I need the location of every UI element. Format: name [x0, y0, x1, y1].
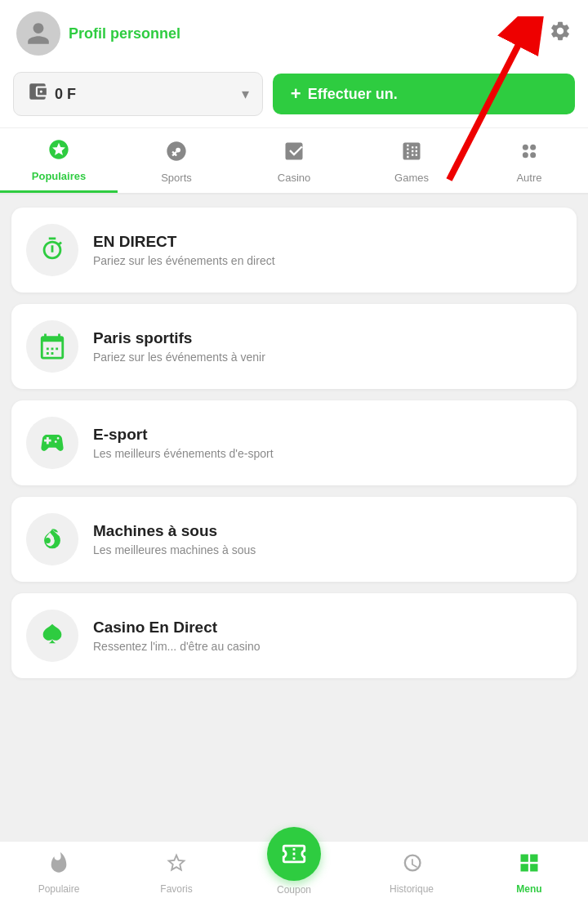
card-en-direct-subtitle: Pariez sur les événements en direct	[93, 254, 275, 267]
mail-icon[interactable]	[511, 20, 534, 48]
bottom-nav-menu[interactable]: Menu	[470, 851, 588, 895]
deposit-label: Effectuer un.	[308, 86, 398, 103]
esport-icon-wrap	[26, 417, 78, 469]
card-paris-sportifs[interactable]: Paris sportifs Pariez sur les événements…	[11, 304, 577, 389]
balance-amount: 0 F	[55, 86, 235, 103]
bottom-nav-favoris[interactable]: Favoris	[118, 851, 235, 895]
en-direct-icon-wrap	[26, 224, 78, 276]
chevron-down-icon: ▾	[242, 85, 249, 103]
autre-icon	[518, 140, 541, 168]
tab-sports-label: Sports	[161, 172, 192, 184]
casino-direct-icon-wrap	[26, 610, 78, 662]
bottom-nav-menu-label: Menu	[516, 883, 541, 895]
star-outline-icon	[165, 851, 188, 880]
card-en-direct-title: EN DIRECT	[93, 233, 275, 251]
cherry-icon	[38, 525, 66, 553]
header: Profil personnel	[0, 0, 588, 64]
calendar-icon	[38, 333, 66, 360]
profile-name[interactable]: Profil personnel	[69, 25, 180, 42]
card-paris-sportifs-text: Paris sportifs Pariez sur les événements…	[93, 329, 265, 364]
bottom-nav-coupon-label: Coupon	[277, 884, 311, 896]
card-esport[interactable]: E-sport Les meilleurs événements d'e-spo…	[11, 400, 577, 485]
tab-casino[interactable]: Casino	[235, 128, 353, 193]
stopwatch-icon	[38, 236, 66, 264]
card-paris-sportifs-title: Paris sportifs	[93, 329, 265, 347]
card-casino-direct[interactable]: Casino En Direct Ressentez l'im... d'êtr…	[11, 593, 577, 678]
card-machines-sous-title: Machines à sous	[93, 522, 256, 540]
card-casino-direct-text: Casino En Direct Ressentez l'im... d'êtr…	[93, 619, 261, 653]
bottom-nav-populaire-label: Populaire	[38, 883, 80, 895]
balance-bar: 0 F ▾ + Effectuer un.	[0, 64, 588, 128]
card-machines-sous-text: Machines à sous Les meilleures machines …	[93, 522, 256, 556]
content-area: EN DIRECT Pariez sur les événements en d…	[0, 194, 588, 776]
dice-icon	[400, 140, 423, 168]
avatar[interactable]	[16, 11, 60, 56]
card-en-direct[interactable]: EN DIRECT Pariez sur les événements en d…	[11, 208, 577, 293]
coupon-fab[interactable]	[267, 827, 321, 881]
card-esport-subtitle: Les meilleurs événements d'e-sport	[93, 447, 274, 460]
bottom-nav-favoris-label: Favoris	[160, 883, 192, 895]
fire-icon	[47, 851, 70, 880]
spade-icon	[38, 622, 66, 650]
populaires-icon	[47, 138, 70, 167]
card-casino-direct-title: Casino En Direct	[93, 619, 261, 637]
card-machines-sous[interactable]: Machines à sous Les meilleures machines …	[11, 497, 577, 582]
svg-point-1	[530, 144, 536, 150]
settings-icon[interactable]	[549, 20, 572, 48]
svg-point-5	[54, 535, 60, 541]
bottom-nav-populaire[interactable]: Populaire	[0, 851, 118, 895]
svg-point-3	[530, 152, 536, 158]
plus-icon: +	[291, 83, 301, 105]
wallet-icon	[27, 81, 48, 107]
tab-games-label: Games	[394, 172, 429, 184]
ticket-icon	[280, 840, 308, 868]
card-esport-title: E-sport	[93, 426, 274, 444]
clock-icon	[400, 851, 423, 880]
paris-sportifs-icon-wrap	[26, 320, 78, 373]
balance-widget[interactable]: 0 F ▾	[13, 72, 263, 116]
svg-point-2	[523, 152, 528, 158]
gamepad-icon	[38, 429, 66, 457]
card-paris-sportifs-subtitle: Pariez sur les événements à venir	[93, 351, 265, 364]
card-casino-direct-subtitle: Ressentez l'im... d'être au casino	[93, 640, 261, 653]
svg-point-4	[45, 538, 51, 543]
machines-sous-icon-wrap	[26, 513, 78, 565]
bottom-nav-coupon[interactable]: Coupon	[235, 850, 353, 896]
tab-autre[interactable]: Autre	[470, 128, 588, 193]
grid-icon	[518, 851, 541, 880]
tab-populaires-label: Populaires	[32, 170, 86, 182]
tab-sports[interactable]: Sports	[118, 128, 235, 193]
nav-tabs: Populaires Sports Casino Games	[0, 128, 588, 194]
bottom-nav-historique[interactable]: Historique	[353, 851, 470, 895]
tab-autre-label: Autre	[516, 172, 541, 184]
casino-icon	[283, 140, 305, 168]
card-esport-text: E-sport Les meilleurs événements d'e-spo…	[93, 426, 274, 460]
card-machines-sous-subtitle: Les meilleures machines à sous	[93, 543, 256, 556]
tab-casino-label: Casino	[278, 172, 310, 184]
tab-games[interactable]: Games	[353, 128, 470, 193]
header-left: Profil personnel	[16, 11, 180, 56]
card-en-direct-text: EN DIRECT Pariez sur les événements en d…	[93, 233, 275, 267]
tab-populaires[interactable]: Populaires	[0, 128, 118, 193]
svg-point-0	[523, 144, 528, 150]
header-right	[511, 20, 572, 48]
bottom-nav-historique-label: Historique	[390, 883, 434, 895]
bottom-nav: Populaire Favoris Coupon Historique	[0, 841, 588, 907]
deposit-button[interactable]: + Effectuer un.	[273, 74, 575, 114]
sports-icon	[165, 140, 188, 168]
